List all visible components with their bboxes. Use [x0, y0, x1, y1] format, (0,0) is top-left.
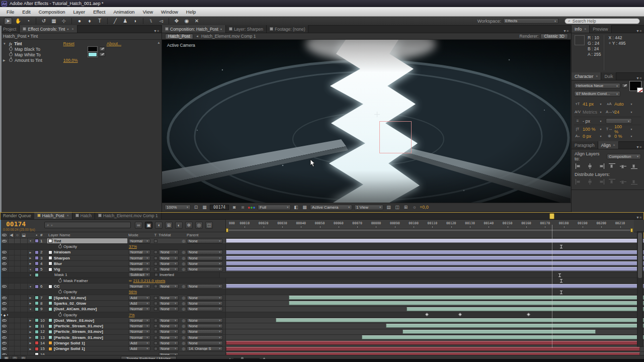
- puppet-pin-tool-icon[interactable]: ◅: [157, 18, 165, 25]
- work-area-bar[interactable]: [226, 229, 632, 232]
- tab-character[interactable]: Character×: [572, 72, 601, 80]
- t-checkbox[interactable]: [154, 341, 157, 345]
- panel-menu-icon[interactable]: ▼≡: [560, 29, 571, 33]
- trkmat-dropdown[interactable]: None▼: [158, 324, 179, 328]
- layer-name[interactable]: [Particle_Stream_03.mov]: [47, 329, 127, 334]
- parent-dropdown[interactable]: None▼: [187, 341, 223, 345]
- solo-toggle[interactable]: [14, 278, 20, 283]
- expander[interactable]: [27, 278, 33, 283]
- property-row[interactable]: Mask Feather∞211.0,211.0 pixels: [0, 278, 644, 284]
- layer-name[interactable]: Tint: [47, 238, 127, 243]
- distribute-4-button[interactable]: [620, 179, 626, 185]
- close-icon[interactable]: ×: [71, 27, 73, 31]
- solo-toggle[interactable]: [14, 290, 20, 295]
- eye-toggle[interactable]: [0, 250, 8, 255]
- t-checkbox[interactable]: [154, 324, 157, 328]
- layer-row-3[interactable]: ▶3SharpenNormal▼None▼◎None▼: [0, 255, 644, 261]
- tab-effect-controls[interactable]: Effect Controls: Tint▼×: [20, 25, 77, 33]
- track-area[interactable]: [225, 250, 644, 255]
- lock-toggle[interactable]: [20, 261, 27, 266]
- layer-label-chip[interactable]: [33, 290, 40, 295]
- layer-label-chip[interactable]: [33, 329, 40, 334]
- audio-toggle[interactable]: [8, 244, 14, 249]
- chevron-down-icon[interactable]: ▼: [628, 128, 635, 131]
- stopwatch-icon[interactable]: [58, 279, 62, 283]
- layer-name[interactable]: [Particle_Stream_01.mov]: [47, 335, 127, 340]
- chevron-down-icon[interactable]: ▼: [628, 103, 635, 106]
- solo-toggle[interactable]: [14, 266, 20, 272]
- expander[interactable]: [27, 244, 33, 249]
- eye-toggle[interactable]: [0, 290, 8, 295]
- track-area[interactable]: [225, 295, 644, 300]
- chevron-down-icon[interactable]: ▼: [597, 103, 604, 106]
- tab-align[interactable]: Align×: [598, 141, 619, 149]
- layer-row-1[interactable]: ▼1TintNormal▼◎None▼: [0, 238, 644, 244]
- solo-toggle[interactable]: [14, 273, 20, 278]
- eye-toggle[interactable]: [0, 318, 8, 323]
- layer-duration-bar[interactable]: [289, 296, 644, 300]
- parent-dropdown[interactable]: None▼: [187, 318, 223, 323]
- pan-behind-tool-icon[interactable]: ⊹: [60, 18, 68, 25]
- chevron-right-icon[interactable]: ▶: [3, 58, 7, 62]
- parent-pickwhip-icon[interactable]: ◎: [181, 346, 187, 351]
- property-name[interactable]: Mask 1: [47, 273, 127, 278]
- layer-row-6[interactable]: ▼6CCNormal▼None▼◎None▼: [0, 284, 644, 289]
- solo-toggle[interactable]: [14, 307, 20, 312]
- lock-toggle[interactable]: [20, 329, 27, 334]
- font-size-value[interactable]: 41 px: [583, 102, 596, 107]
- exposure-offset[interactable]: +0,0: [420, 205, 429, 210]
- lock-toggle[interactable]: [20, 238, 27, 243]
- share-view-icon[interactable]: ▤: [385, 205, 392, 210]
- layer-expander[interactable]: ▶: [27, 301, 33, 306]
- world-axis-mode-icon[interactable]: ◉: [183, 18, 191, 25]
- parent-pickwhip-icon[interactable]: ◎: [181, 323, 187, 328]
- keyframe-navigator[interactable]: ◄◆►: [0, 312, 8, 317]
- lock-toggle[interactable]: [20, 301, 27, 306]
- layer-name[interactable]: [Sparks_02.mov]: [47, 295, 127, 300]
- layer-duration-bar[interactable]: [386, 324, 644, 328]
- eraser-tool-icon[interactable]: ◗: [131, 18, 139, 25]
- resolution-dropdown[interactable]: Full▼: [258, 205, 291, 210]
- parent-dropdown[interactable]: None▼: [187, 239, 223, 243]
- eye-toggle[interactable]: [0, 307, 8, 312]
- stopwatch-icon[interactable]: [9, 47, 13, 51]
- layer-duration-bar[interactable]: [226, 239, 644, 243]
- audio-toggle[interactable]: [8, 318, 14, 323]
- layer-row-8[interactable]: ▶8Sparks_02_GlowAdd▼None▼◎None▼: [0, 301, 644, 306]
- layer-label-chip[interactable]: [33, 266, 40, 272]
- eye-toggle[interactable]: [0, 261, 8, 266]
- layer-label-chip[interactable]: [33, 318, 40, 323]
- layer-name[interactable]: hiraloam: [47, 250, 127, 255]
- solo-toggle[interactable]: [14, 255, 20, 260]
- parent-pickwhip-icon[interactable]: ◎: [181, 329, 187, 334]
- layer-expander[interactable]: ▶: [27, 295, 33, 300]
- show-snapshot-icon[interactable]: ◙: [239, 205, 246, 210]
- t-checkbox[interactable]: [154, 285, 157, 288]
- layer-duration-bar[interactable]: [226, 250, 644, 254]
- timeline-vertical-scrollbar[interactable]: [637, 231, 643, 347]
- work-area-end-handle[interactable]: [630, 228, 633, 232]
- layer-duration-bar[interactable]: [226, 267, 644, 271]
- audio-icon[interactable]: ◀: [8, 233, 14, 237]
- composition-flowchart-icon[interactable]: ∞: [135, 222, 142, 229]
- lock-toggle[interactable]: [20, 340, 27, 345]
- type-tool-icon[interactable]: T: [96, 18, 104, 25]
- tsume-value[interactable]: 0 %: [614, 134, 626, 139]
- layer-name[interactable]: Sharpen: [47, 255, 127, 260]
- parent-header[interactable]: Parent: [187, 233, 225, 237]
- eye-toggle[interactable]: [0, 323, 8, 328]
- eye-toggle[interactable]: [0, 301, 8, 306]
- reset-link[interactable]: Reset: [63, 41, 74, 46]
- layer-duration-bar[interactable]: [362, 335, 644, 339]
- audio-toggle[interactable]: [8, 307, 14, 312]
- mask-visibility-icon[interactable]: ▦: [201, 205, 208, 210]
- stopwatch-icon[interactable]: [9, 53, 13, 56]
- property-row[interactable]: Opacity37%: [0, 244, 644, 249]
- parent-pickwhip-icon[interactable]: ◎: [181, 318, 187, 323]
- eye-icon[interactable]: [2, 234, 7, 236]
- composition-viewport[interactable]: Active Camera: [162, 40, 571, 203]
- auto-keyframe-icon[interactable]: ◎: [195, 222, 203, 229]
- work-area-start-handle[interactable]: [226, 228, 228, 232]
- panel-menu-icon[interactable]: ▼≡: [633, 145, 644, 149]
- workspace-dropdown[interactable]: Effects▼: [503, 18, 558, 24]
